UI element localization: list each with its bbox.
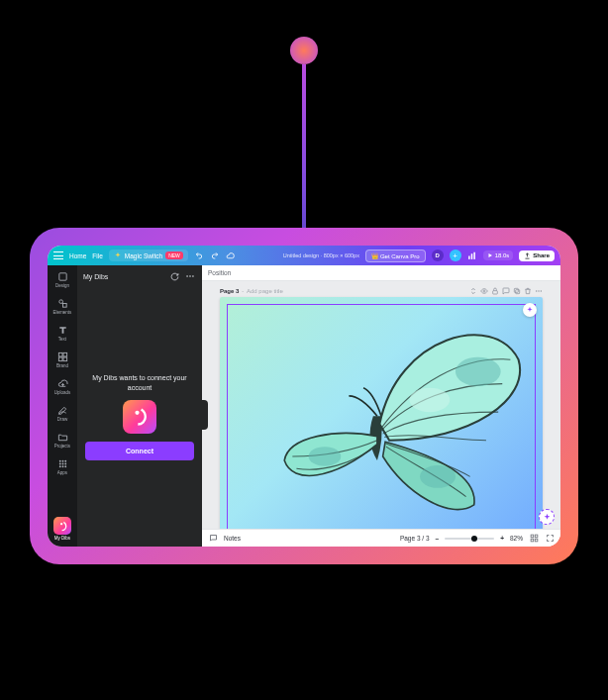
- position-button[interactable]: Position: [208, 269, 231, 276]
- rail-apps[interactable]: Apps: [50, 456, 75, 477]
- svg-rect-7: [62, 352, 66, 356]
- connect-button[interactable]: Connect: [85, 442, 194, 460]
- rail-text-label: Text: [58, 337, 66, 342]
- svg-point-21: [189, 275, 191, 277]
- bottom-bar: Notes Page 3 / 3 – + 82%: [202, 529, 560, 547]
- svg-point-19: [59, 523, 61, 525]
- analytics-icon[interactable]: [467, 250, 477, 260]
- play-icon: [487, 252, 493, 258]
- page-frame: Page 3 · Add page title: [220, 287, 543, 529]
- avatar[interactable]: D: [432, 250, 444, 261]
- svg-point-28: [536, 290, 537, 291]
- notes-icon[interactable]: [208, 534, 218, 544]
- rail-design-label: Design: [55, 283, 69, 288]
- fullscreen-icon[interactable]: [545, 534, 555, 544]
- page-title-input[interactable]: Add page title: [247, 288, 283, 294]
- draw-icon: [57, 405, 68, 416]
- panel-body: My Dibs wants to connect your account Co…: [77, 287, 202, 547]
- rail-elements-label: Elements: [53, 310, 72, 315]
- rail-brand-label: Brand: [56, 363, 68, 368]
- redo-icon[interactable]: [210, 250, 220, 260]
- share-button[interactable]: Share: [519, 250, 555, 261]
- app-screen: Home File Magic Switch NEW Untitled desi…: [48, 246, 560, 547]
- grid-view-icon[interactable]: [529, 534, 539, 544]
- rail-my-dibs[interactable]: My Dibs: [50, 515, 75, 543]
- svg-rect-36: [535, 535, 538, 538]
- page-indicator[interactable]: Page 3 / 3: [400, 535, 430, 542]
- artboard[interactable]: [220, 297, 543, 529]
- notes-label[interactable]: Notes: [224, 535, 241, 542]
- svg-point-33: [420, 465, 456, 488]
- svg-rect-5: [62, 304, 66, 308]
- sparkle-icon: [114, 251, 122, 259]
- play-duration: 18.0s: [495, 252, 510, 258]
- rail-uploads-label: Uploads: [54, 390, 71, 395]
- elements-icon: [57, 298, 68, 309]
- svg-point-14: [61, 463, 63, 465]
- svg-rect-25: [493, 291, 498, 294]
- butterfly-illustration: [220, 297, 543, 529]
- svg-point-34: [309, 447, 342, 466]
- rail-draw-label: Draw: [57, 417, 68, 422]
- rail-brand[interactable]: Brand: [50, 350, 75, 370]
- stage: Page 3 · Add page title: [202, 281, 560, 529]
- brand-icon: [57, 351, 68, 362]
- design-icon: [57, 271, 68, 282]
- svg-point-32: [410, 388, 451, 412]
- present-button[interactable]: 18.0s: [483, 250, 514, 260]
- zoom-in-icon[interactable]: +: [500, 534, 504, 544]
- rail-my-dibs-label: My Dibs: [54, 536, 70, 541]
- comment-page-icon[interactable]: [502, 287, 510, 295]
- chevron-up-down-icon[interactable]: [469, 287, 477, 295]
- undo-icon[interactable]: [194, 250, 204, 260]
- zoom-out-icon[interactable]: –: [436, 534, 440, 544]
- svg-rect-6: [58, 352, 62, 356]
- magic-switch-label: Magic Switch: [125, 252, 162, 259]
- connect-message: My Dibs wants to connect your account: [85, 373, 194, 391]
- refresh-icon[interactable]: [168, 270, 180, 282]
- nav-file[interactable]: File: [92, 252, 102, 259]
- zoom-value: 82%: [510, 535, 523, 542]
- svg-rect-37: [531, 539, 534, 542]
- svg-rect-8: [58, 357, 62, 361]
- zoom-slider[interactable]: [445, 538, 494, 540]
- magic-switch-button[interactable]: Magic Switch NEW: [109, 250, 188, 261]
- magic-assist-button[interactable]: [523, 303, 537, 317]
- lock-page-icon[interactable]: [491, 287, 499, 295]
- new-badge: NEW: [165, 251, 183, 259]
- svg-point-30: [541, 290, 542, 291]
- get-pro-button[interactable]: 👑Get Canva Pro: [365, 250, 426, 262]
- svg-point-10: [58, 460, 60, 462]
- svg-rect-26: [516, 290, 520, 294]
- svg-point-13: [58, 463, 60, 465]
- rail-projects[interactable]: Projects: [50, 430, 75, 450]
- rail-projects-label: Projects: [54, 444, 70, 449]
- rail-text[interactable]: Text: [50, 323, 75, 344]
- delete-page-icon[interactable]: [524, 287, 532, 295]
- side-panel: My Dibs My Dibs wants to connect your ac…: [77, 265, 202, 547]
- svg-rect-2: [474, 251, 476, 258]
- rail-design[interactable]: Design: [50, 269, 75, 290]
- svg-point-16: [58, 465, 60, 467]
- canvas-column: Position Page 3 · Add page title: [202, 265, 560, 547]
- hide-page-icon[interactable]: [480, 287, 488, 295]
- context-toolbar: Position: [202, 265, 560, 281]
- rail-uploads[interactable]: Uploads: [50, 376, 75, 397]
- uploads-icon: [57, 378, 68, 389]
- invite-plus-button[interactable]: +: [450, 250, 461, 261]
- page-more-icon[interactable]: [535, 287, 543, 295]
- top-bar: Home File Magic Switch NEW Untitled desi…: [48, 246, 560, 265]
- rail-draw[interactable]: Draw: [50, 403, 75, 424]
- rail-elements[interactable]: Elements: [50, 296, 75, 317]
- svg-point-20: [186, 275, 188, 277]
- svg-rect-3: [58, 273, 65, 280]
- more-icon[interactable]: [184, 270, 196, 282]
- nav-home[interactable]: Home: [69, 252, 86, 259]
- duplicate-page-icon[interactable]: [513, 287, 521, 295]
- hamburger-icon[interactable]: [53, 251, 63, 259]
- my-dibs-logo: [123, 400, 156, 434]
- help-button[interactable]: [539, 509, 555, 525]
- svg-point-11: [61, 460, 63, 462]
- cloud-sync-icon[interactable]: [226, 250, 236, 260]
- design-title[interactable]: Untitled design · 800px × 600px: [283, 252, 359, 258]
